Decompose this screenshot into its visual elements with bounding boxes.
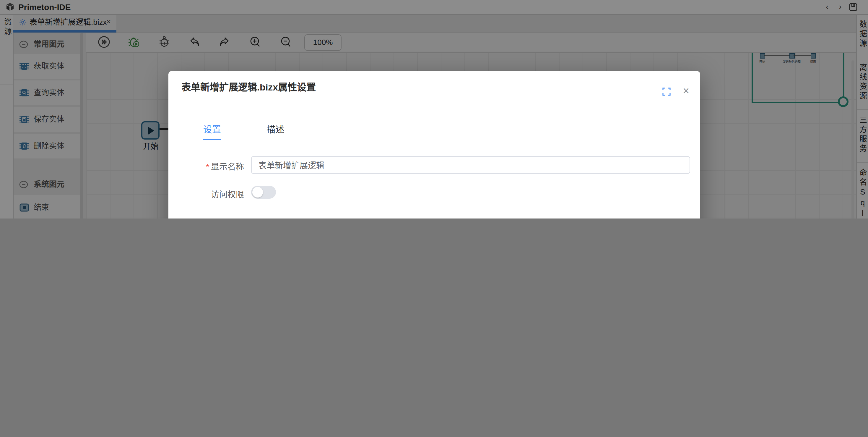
required-marker: * xyxy=(206,162,209,172)
dialog-tabs: 设置 描述 xyxy=(181,123,687,141)
toggle-knob xyxy=(252,187,263,198)
display-name-label: *显示名称 xyxy=(185,160,244,172)
display-name-input[interactable] xyxy=(251,156,690,174)
access-permission-label: 访问权限 xyxy=(185,188,244,200)
dialog-close-icon[interactable]: × xyxy=(680,84,692,98)
fullscreen-icon[interactable] xyxy=(662,88,671,96)
properties-dialog: 表单新增扩展逻辑.bizx属性设置 × 设置 描述 *显示名称 访问权限 变量定… xyxy=(168,71,700,218)
app-window: Primeton-IDE ‹ › 资源 表单新增扩展逻辑.bizx × xyxy=(0,0,868,218)
active-tab-underline xyxy=(203,139,221,140)
tab-description[interactable]: 描述 xyxy=(267,123,284,140)
dialog-title: 表单新增扩展逻辑.bizx属性设置 xyxy=(181,79,316,93)
access-permission-toggle[interactable] xyxy=(251,186,276,199)
tab-settings[interactable]: 设置 xyxy=(203,123,221,140)
